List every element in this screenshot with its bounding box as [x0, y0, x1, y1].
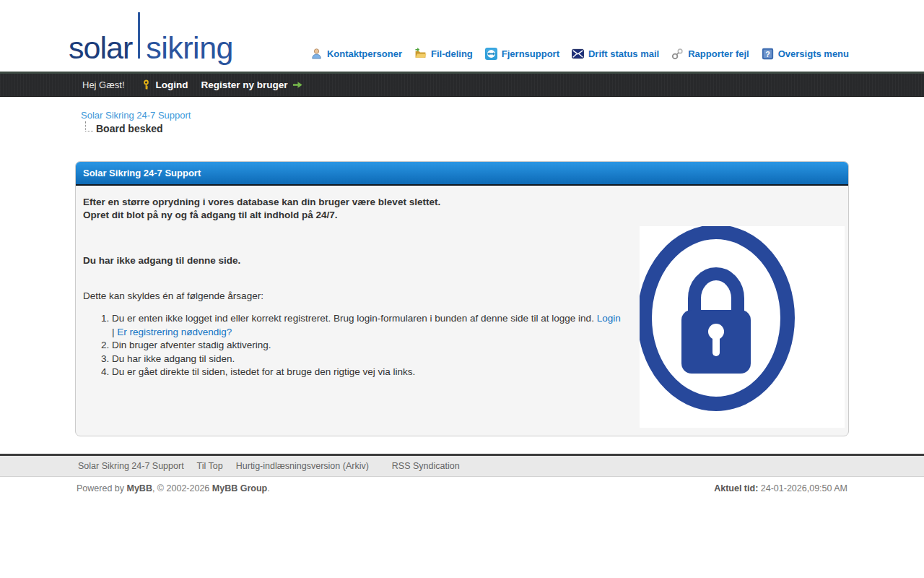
register-link[interactable]: Register ny bruger: [201, 79, 288, 90]
logo-text-solar: solar: [69, 30, 132, 66]
site-logo[interactable]: solar sikring: [69, 12, 233, 66]
nav-link-label: Kontaktpersoner: [327, 48, 402, 59]
mybb-link[interactable]: MyBB: [126, 483, 152, 493]
site-header: solar sikring Kontaktpersoner Fil-deling: [0, 0, 924, 72]
green-arrow-icon: [292, 79, 303, 90]
key-icon: [141, 79, 152, 90]
nav-link-kontaktpersoner[interactable]: Kontaktpersoner: [310, 48, 402, 60]
remote-support-icon: [485, 48, 497, 60]
reason-item: Du har ikke adgang til siden.: [112, 353, 624, 366]
header-nav: Kontaktpersoner Fil-deling Fjernsupport …: [310, 48, 849, 66]
nav-link-label: Rapporter fejl: [688, 48, 749, 59]
powered-suffix: .: [267, 483, 269, 493]
logo-text-sikring: sikring: [146, 30, 233, 66]
login-content-link[interactable]: Login: [597, 313, 621, 324]
nav-link-label: Fjernsupport: [502, 48, 559, 59]
mybb-group-link[interactable]: MyBB Group: [212, 483, 267, 493]
footer-link-to-top[interactable]: Til Top: [197, 461, 223, 471]
reason-1-text: Du er enten ikke logget ind eller korrek…: [112, 313, 597, 324]
nav-link-label: Oversigts menu: [778, 48, 849, 59]
nav-link-label: Drift status mail: [588, 48, 659, 59]
intro-line-2: Opret dit blot på ny og få adgang til al…: [83, 209, 624, 222]
footer-link-lite-version[interactable]: Hurtig-indlæsningsversion (Arkiv): [236, 461, 369, 471]
breadcrumb-root-link[interactable]: Solar Sikring 24-7 Support: [81, 110, 191, 121]
guest-greeting: Hej Gæst!: [82, 79, 125, 90]
login-link[interactable]: Logind: [156, 79, 188, 90]
nav-link-rapporterfejl[interactable]: Rapporter fejl: [671, 48, 749, 60]
person-icon: [310, 48, 323, 60]
intro-line-1: Efter en større oprydning i vores databa…: [83, 196, 624, 209]
breadcrumb-current: Board besked: [96, 123, 163, 134]
footer-link-rss[interactable]: RSS Syndication: [392, 461, 460, 471]
registration-needed-link[interactable]: Er registrering nødvendig?: [117, 327, 232, 337]
reasons-heading: Dette kan skyldes én af følgende årsager…: [83, 290, 624, 303]
reasons-list: Du er enten ikke logget ind eller korrek…: [83, 312, 624, 379]
powered-by: Powered by MyBB, © 2002-2026 MyBB Group.: [77, 483, 270, 493]
board-message-title: Solar Sikring 24-7 Support: [76, 162, 848, 186]
reason-item: Du er gået direkte til siden, istedet fo…: [112, 366, 624, 379]
current-time: Aktuel tid: 24-01-2026,09:50 AM: [714, 483, 847, 493]
no-access-message: Du har ikke adgang til denne side.: [83, 254, 624, 267]
folder-share-icon: [414, 48, 427, 60]
footer-links-bar: Solar Sikring 24-7 Support Til Top Hurti…: [0, 454, 924, 477]
nav-link-driftstatus[interactable]: Drift status mail: [572, 48, 659, 60]
board-message-box: Solar Sikring 24-7 Support Efter en stør…: [75, 161, 849, 436]
nav-link-fjernsupport[interactable]: Fjernsupport: [485, 48, 559, 60]
bottom-strip: Powered by MyBB, © 2002-2026 MyBB Group.…: [0, 477, 924, 493]
logo-divider: [138, 12, 140, 59]
reason-item: Din bruger afventer stadig aktivering.: [112, 339, 624, 353]
powered-prefix: Powered by: [77, 483, 126, 493]
svg-text:?: ?: [765, 50, 770, 59]
footer-link-home[interactable]: Solar Sikring 24-7 Support: [78, 461, 184, 471]
breadcrumb: Solar Sikring 24-7 Support Board besked: [75, 97, 849, 134]
current-time-value: 24-01-2026,09:50 AM: [758, 483, 847, 493]
nav-link-label: Fil-deling: [431, 48, 473, 59]
nav-link-oversigtsmenu[interactable]: ? Oversigts menu: [762, 48, 849, 60]
powered-middle: , © 2002-2026: [152, 483, 212, 493]
board-message-body: Efter en større oprydning i vores databa…: [76, 186, 848, 436]
reason-item: Du er enten ikke logget ind eller korrek…: [112, 312, 624, 339]
keys-icon: [671, 48, 684, 60]
padlock-image: [640, 226, 845, 428]
tree-connector: [85, 121, 93, 131]
mail-icon: [572, 48, 584, 60]
current-time-label: Aktuel tid:: [714, 483, 758, 493]
help-book-icon: ?: [762, 48, 774, 60]
user-bar: Hej Gæst! Logind Register ny bruger: [0, 72, 924, 97]
nav-link-fildeling[interactable]: Fil-deling: [414, 48, 473, 60]
